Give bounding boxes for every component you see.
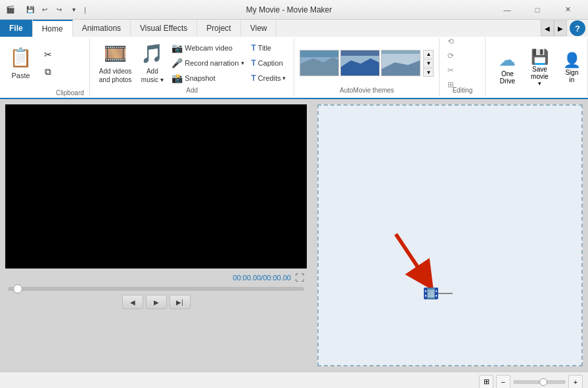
theme-thumb-2[interactable]	[340, 50, 380, 76]
minimize-button[interactable]: —	[492, 0, 522, 20]
narration-dropdown-arrow[interactable]: ▾	[241, 60, 244, 66]
rotate-right-button[interactable]: ⟳	[445, 50, 480, 62]
theme-scroll-expand[interactable]: ▼	[423, 68, 434, 77]
playback-controls: ◀ ▶ ▶|	[5, 295, 307, 309]
close-button[interactable]: ✕	[553, 0, 583, 20]
theme-thumb-1[interactable]	[300, 50, 339, 76]
caption-icon: T	[251, 58, 256, 68]
zoom-out-button[interactable]: −	[496, 375, 510, 389]
title-icon: T	[251, 43, 256, 53]
cut-icon: ✂	[43, 49, 53, 60]
editing-label: Editing	[453, 85, 473, 94]
time-text: 00:00.00/00:00.00	[233, 274, 291, 282]
video-screen	[5, 104, 307, 269]
video-preview-panel: 00:00.00/00:00.00 ⛶ ◀ ▶ ▶|	[0, 99, 312, 372]
copy-icon: ⧉	[43, 66, 53, 77]
add-music-icon: 🎵	[141, 42, 164, 66]
credits-dropdown-arrow[interactable]: ▾	[283, 75, 286, 81]
title-button[interactable]: T Title	[248, 41, 288, 54]
progress-bar-container[interactable]	[5, 287, 307, 291]
add-videos-button[interactable]: 🎞️ Add videos and photos	[95, 41, 136, 85]
save-movie-icon: 💾	[531, 49, 549, 66]
progress-thumb[interactable]	[13, 284, 22, 293]
add-group-content: 🎞️ Add videos and photos 🎵 Addmusic ▾ 📷 …	[95, 41, 289, 85]
webcam-video-button[interactable]: 📷 Webcam video	[169, 41, 247, 55]
add-music-button[interactable]: 🎵 Addmusic ▾	[137, 41, 168, 85]
automovie-group: ▲ ▼ ▼ AutoMovie themes	[294, 38, 440, 97]
ribbon-nav-arrows: ◀ ▶ ?	[541, 20, 588, 37]
ribbon-content: 📋 Paste ✂ ⧉ Clipboard 🎞️ Add videos and …	[0, 37, 588, 99]
undo-btn[interactable]: ↩	[38, 3, 51, 16]
redo-btn[interactable]: ↪	[53, 3, 66, 16]
copy-button[interactable]: ⧉	[40, 64, 56, 79]
trim-button[interactable]: ✂	[445, 64, 480, 76]
save-movie-button[interactable]: 💾 Save movie ▾	[525, 45, 554, 90]
time-display: 00:00.00/00:00.00 ⛶	[5, 272, 307, 283]
paste-button[interactable]: 📋 Paste	[5, 41, 36, 85]
tab-animations[interactable]: Animations	[73, 20, 131, 37]
tab-view[interactable]: View	[241, 20, 277, 37]
help-button[interactable]: ?	[570, 20, 585, 36]
prev-frame-button[interactable]: ◀	[122, 295, 143, 309]
tab-home[interactable]: Home	[33, 20, 73, 37]
title-bar-icons: 🎬	[5, 5, 16, 15]
clipboard-label: Clipboard	[56, 88, 84, 97]
add-videos-icon: 🎞️	[104, 42, 127, 66]
ribbon-scroll-left[interactable]: ◀	[541, 20, 554, 36]
title-bar: 🎬 💾 ↩ ↪ ▾ | My Movie - Movie Maker — □ ✕	[0, 0, 588, 20]
webcam-icon: 📷	[171, 43, 182, 53]
add-group-label: Add	[186, 85, 198, 94]
sign-in-icon: 👤	[563, 52, 581, 69]
clipboard-group: 📋 Paste ✂ ⧉ Clipboard	[0, 38, 90, 97]
quick-access-toolbar: 💾 ↩ ↪ ▾ |	[24, 3, 86, 16]
caption-button[interactable]: T Caption	[248, 56, 288, 70]
theme-scroll-down[interactable]: ▼	[423, 59, 434, 68]
film-icon	[424, 288, 453, 299]
main-content: 00:00.00/00:00.00 ⛶ ◀ ▶ ▶|	[0, 99, 588, 372]
rotate-right-icon: ⟳	[447, 51, 454, 60]
text-tools-buttons: T Title T Caption T Credits ▾	[248, 41, 288, 85]
paste-icon: 📋	[9, 46, 32, 70]
window-controls: — □ ✕	[492, 0, 583, 20]
drop-area	[319, 106, 581, 365]
save-btn[interactable]: 💾	[24, 3, 37, 16]
rotate-left-icon: ⟲	[447, 37, 454, 46]
tab-visual-effects[interactable]: Visual Effects	[131, 20, 197, 37]
microphone-icon: 🎤	[171, 58, 182, 68]
theme-scroll-up[interactable]: ▲	[423, 50, 434, 58]
ribbon-scroll-right[interactable]: ▶	[554, 20, 567, 36]
credits-button[interactable]: T Credits ▾	[248, 72, 288, 85]
add-group: 🎞️ Add videos and photos 🎵 Addmusic ▾ 📷 …	[90, 38, 295, 97]
maximize-button[interactable]: □	[522, 0, 553, 20]
automovie-label: AutoMovie themes	[340, 85, 394, 94]
editing-group: ⟲ ⟳ ✂ ⊞ Editing	[440, 38, 486, 97]
theme-scroll-buttons: ▲ ▼ ▼	[423, 50, 434, 77]
storyboard-area[interactable]	[317, 104, 583, 366]
cloud-icon: ☁	[499, 50, 516, 70]
zoom-in-button[interactable]: +	[568, 375, 583, 389]
cut-button[interactable]: ✂	[40, 47, 56, 62]
ribbon-tabs: File Home Animations Visual Effects Proj…	[0, 20, 588, 37]
progress-bar[interactable]	[8, 287, 304, 291]
play-button[interactable]: ▶	[146, 295, 167, 309]
tab-project[interactable]: Project	[197, 20, 240, 37]
quick-access-dropdown[interactable]: ▾	[67, 3, 80, 16]
red-arrow-indicator	[381, 230, 440, 290]
theme-thumb-3[interactable]	[381, 50, 420, 76]
onedrive-button[interactable]: ☁ OneDrive	[491, 45, 524, 90]
next-frame-button[interactable]: ▶|	[170, 295, 191, 309]
rotate-left-button[interactable]: ⟲	[445, 35, 480, 47]
zoom-slider[interactable]	[513, 380, 566, 384]
fullscreen-button[interactable]: ⛶	[295, 272, 304, 283]
snapshot-icon: 📸	[171, 73, 182, 83]
credits-icon: T	[251, 74, 256, 83]
status-bar: ⊞ − +	[0, 372, 588, 388]
add-small-buttons: 📷 Webcam video 🎤 Record narration ▾ 📸 Sn…	[169, 41, 247, 85]
tab-file[interactable]: File	[0, 20, 33, 37]
zoom-thumb[interactable]	[539, 378, 547, 386]
sign-in-button[interactable]: 👤 Sign in	[555, 45, 588, 90]
snapshot-button[interactable]: 📸 Snapshot	[169, 71, 247, 85]
record-narration-button[interactable]: 🎤 Record narration ▾	[169, 56, 247, 70]
film-dash	[438, 293, 453, 294]
fit-window-button[interactable]: ⊞	[479, 375, 493, 389]
